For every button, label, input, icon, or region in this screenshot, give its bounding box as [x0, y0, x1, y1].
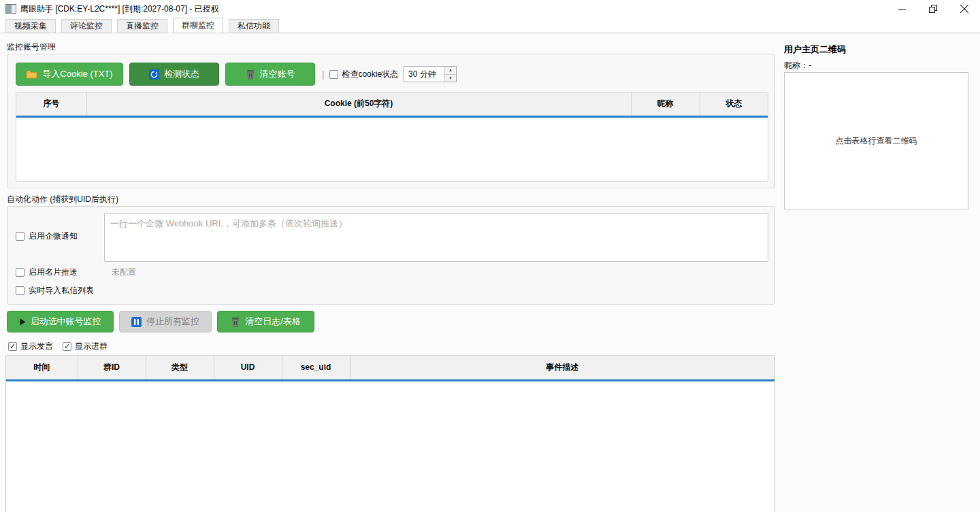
spin-down-icon[interactable]: ▼: [445, 74, 456, 82]
card-push-status: 未配置: [112, 267, 136, 278]
toolbar-separator: |: [322, 69, 324, 80]
show-speech-label: 显示发言: [20, 341, 53, 352]
event-log-table[interactable]: 时间 群ID 类型 UID sec_uid 事件描述: [5, 355, 775, 512]
tab-pane: 监控账号管理 导入Cookie (TXT) 检测状态 清空账号 |: [0, 33, 980, 512]
import-cookie-label: 导入Cookie (TXT): [42, 68, 112, 80]
card-push-label: 启用名片推送: [29, 267, 78, 278]
col-nickname[interactable]: 昵称: [631, 92, 700, 116]
qr-code-box[interactable]: 点击表格行查看二维码: [784, 72, 968, 209]
col-cookie[interactable]: Cookie (前50字符): [86, 92, 631, 116]
stop-monitor-button[interactable]: 停止所有监控: [119, 311, 212, 332]
start-monitor-label: 启动选中账号监控: [31, 315, 101, 328]
wecom-checkbox[interactable]: [16, 232, 24, 241]
start-monitor-button[interactable]: 启动选中账号监控: [7, 311, 114, 332]
action-bar: 启动选中账号监控 停止所有监控 清空日志/表格: [7, 311, 314, 332]
wecom-row: 启用企微通知: [16, 231, 78, 242]
clear-log-label: 清空日志/表格: [245, 315, 301, 328]
minimize-button[interactable]: [886, 0, 917, 18]
title-bar: 鹰眼助手 [CDK:EY-L2C****] [到期:2027-08-07] - …: [0, 0, 980, 18]
close-icon: [960, 5, 968, 13]
show-speech-toggle[interactable]: ✓ 显示发言: [8, 341, 53, 352]
qr-nickname: 昵称：-: [784, 60, 811, 71]
account-section-title: 监控账号管理: [7, 41, 56, 53]
restore-button[interactable]: [917, 0, 949, 18]
trash-icon: [246, 69, 255, 80]
check-icon: ✓: [10, 343, 16, 350]
interval-spinbox[interactable]: 30 分钟 ▲ ▼: [404, 66, 457, 82]
account-section: 导入Cookie (TXT) 检测状态 清空账号 | 检查cookie状态 30…: [7, 54, 775, 188]
account-toolbar: 导入Cookie (TXT) 检测状态 清空账号 | 检查cookie状态 30…: [16, 63, 457, 86]
tab-video-capture[interactable]: 视频采集: [5, 19, 56, 33]
window-title: 鹰眼助手 [CDK:EY-L2C****] [到期:2027-08-07] - …: [20, 3, 219, 15]
show-speech-checkbox[interactable]: ✓: [8, 342, 17, 351]
show-join-label: 显示进群: [75, 341, 108, 352]
minimize-icon: [898, 5, 906, 13]
check-cookie-checkbox[interactable]: [329, 70, 338, 79]
tab-label: 群聊监控: [182, 20, 214, 31]
col-time[interactable]: 时间: [6, 356, 78, 380]
card-push-checkbox[interactable]: [16, 268, 24, 277]
check-icon: ✓: [64, 343, 70, 350]
tab-label: 视频采集: [14, 20, 47, 32]
play-icon: [20, 318, 26, 326]
automation-section: 启用企微通知 启用名片推送 未配置 实时导入私信列表: [7, 206, 775, 305]
pause-icon: [131, 317, 142, 327]
display-options: ✓ 显示发言 ✓ 显示进群: [8, 341, 108, 352]
col-sec-uid[interactable]: sec_uid: [282, 356, 350, 380]
close-button[interactable]: [949, 0, 980, 18]
col-index[interactable]: 序号: [16, 92, 86, 116]
webhook-url-input[interactable]: [104, 213, 768, 262]
tab-label: 评论监控: [70, 20, 103, 32]
cookie-table[interactable]: 序号 Cookie (前50字符) 昵称 状态: [16, 92, 768, 182]
tab-live-monitor[interactable]: 直播监控: [117, 19, 167, 33]
clear-log-button[interactable]: 清空日志/表格: [217, 311, 314, 332]
check-cookie-toggle[interactable]: 检查cookie状态: [329, 69, 398, 80]
spin-up-icon[interactable]: ▲: [445, 67, 456, 74]
restore-icon: [929, 5, 937, 13]
check-cookie-label: 检查cookie状态: [342, 69, 398, 80]
check-status-label: 检测状态: [164, 68, 199, 80]
dm-import-checkbox[interactable]: [16, 286, 24, 295]
trash-icon: [231, 317, 240, 327]
tab-group-chat-monitor[interactable]: 群聊监控: [173, 18, 223, 33]
card-push-row: 启用名片推送 未配置: [16, 267, 136, 278]
import-cookie-button[interactable]: 导入Cookie (TXT): [16, 63, 123, 86]
interval-spin-buttons: ▲ ▼: [444, 67, 456, 82]
app-icon: [5, 4, 16, 14]
dm-import-label: 实时导入私信列表: [29, 285, 94, 296]
col-event-desc[interactable]: 事件描述: [350, 356, 774, 380]
tab-bar: 视频采集 评论监控 直播监控 群聊监控 私信功能: [0, 18, 980, 33]
show-join-toggle[interactable]: ✓ 显示进群: [63, 341, 108, 352]
clear-accounts-button[interactable]: 清空账号: [225, 63, 315, 86]
folder-icon: [26, 69, 37, 79]
qr-placeholder-text: 点击表格行查看二维码: [836, 135, 917, 147]
stop-monitor-label: 停止所有监控: [146, 315, 199, 328]
show-join-checkbox[interactable]: ✓: [63, 342, 71, 351]
col-uid[interactable]: UID: [214, 356, 282, 380]
tab-label: 直播监控: [126, 20, 159, 32]
refresh-icon: [149, 69, 159, 80]
clear-accounts-label: 清空账号: [260, 68, 295, 80]
event-log-header-row: 时间 群ID 类型 UID sec_uid 事件描述: [6, 356, 774, 380]
qr-panel-title: 用户主页二维码: [784, 44, 846, 56]
wecom-label: 启用企微通知: [29, 231, 78, 242]
col-type[interactable]: 类型: [146, 356, 214, 380]
tab-comment-monitor[interactable]: 评论监控: [61, 19, 112, 33]
automation-section-title: 自动化动作 (捕获到UID后执行): [7, 194, 118, 205]
interval-value: 30 分钟: [404, 67, 444, 82]
check-status-button[interactable]: 检测状态: [129, 63, 219, 86]
tab-label: 私信功能: [238, 20, 270, 32]
window-controls: [886, 0, 980, 18]
col-group-id[interactable]: 群ID: [78, 356, 146, 380]
tab-direct-message[interactable]: 私信功能: [229, 19, 279, 33]
cookie-table-header-row: 序号 Cookie (前50字符) 昵称 状态: [16, 92, 768, 116]
app-window: 鹰眼助手 [CDK:EY-L2C****] [到期:2027-08-07] - …: [0, 0, 980, 512]
dm-import-row: 实时导入私信列表: [16, 285, 94, 296]
col-status[interactable]: 状态: [700, 92, 768, 116]
